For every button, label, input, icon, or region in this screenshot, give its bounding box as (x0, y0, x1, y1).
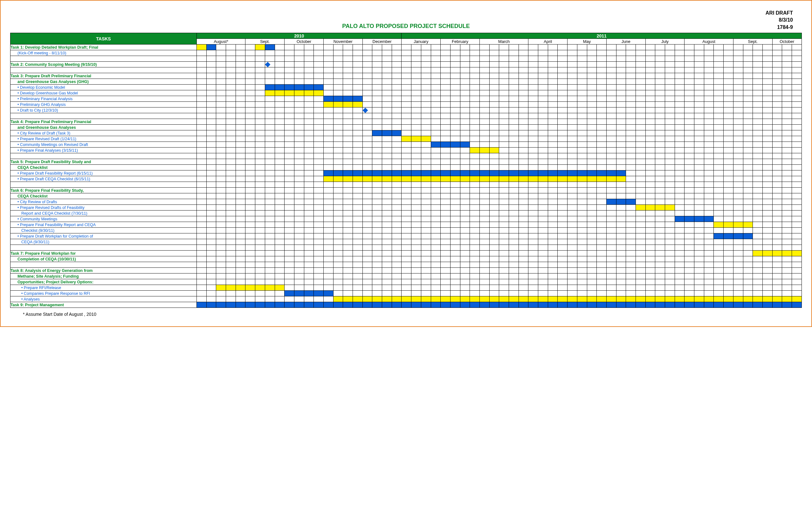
gantt-cell (558, 68, 567, 73)
gantt-cell (294, 125, 304, 130)
gantt-cell (606, 153, 616, 159)
gantt-cell (411, 233, 421, 239)
month-header: August* (197, 39, 245, 44)
gantt-cell (402, 273, 411, 279)
gantt-cell (479, 188, 489, 193)
gantt-cell (665, 79, 675, 85)
gantt-cell (694, 125, 704, 130)
gantt-cell (441, 159, 450, 165)
gantt-cell (665, 159, 675, 165)
gantt-cell (577, 56, 587, 62)
gantt-cell (441, 251, 450, 256)
gantt-cell (489, 147, 499, 153)
gantt-cell (372, 205, 382, 211)
gantt-cell (304, 176, 314, 182)
gantt-cell (665, 228, 675, 233)
gantt-cell (587, 102, 597, 108)
gantt-cell (684, 228, 694, 233)
gantt-cell (479, 182, 489, 188)
gantt-cell (626, 108, 636, 113)
gantt-cell (782, 222, 792, 228)
gantt-cell (245, 228, 255, 233)
gantt-cell (616, 119, 626, 125)
gantt-cell (665, 113, 675, 119)
gantt-cell (392, 268, 402, 273)
gantt-cell (353, 233, 363, 239)
gantt-cell (402, 176, 411, 182)
gantt-cell (255, 153, 265, 159)
gantt-cell (479, 296, 489, 302)
gantt-cell (636, 62, 646, 68)
gantt-cell (333, 291, 343, 296)
gantt-cell (226, 136, 236, 142)
gantt-cell (763, 113, 772, 119)
gantt-cell (636, 96, 646, 102)
gantt-cell (597, 44, 607, 50)
gantt-cell (275, 102, 285, 108)
gantt-cell (353, 205, 363, 211)
gantt-cell (441, 90, 450, 96)
gantt-cell (587, 222, 597, 228)
gantt-cell (450, 44, 460, 50)
gantt-cell (528, 153, 538, 159)
gantt-cell (226, 239, 236, 245)
gantt-cell (275, 205, 285, 211)
task-label (11, 245, 197, 251)
gantt-cell (538, 90, 548, 96)
gantt-cell (236, 239, 245, 245)
gantt-cell (694, 130, 704, 136)
gantt-cell (421, 142, 431, 147)
gantt-cell (558, 245, 567, 251)
gantt-cell (245, 273, 255, 279)
month-header: July (646, 39, 684, 44)
gantt-cell (236, 73, 245, 79)
gantt-cell (733, 251, 743, 256)
gantt-cell (460, 251, 470, 256)
gantt-cell (587, 262, 597, 268)
gantt-cell (450, 176, 460, 182)
gantt-cell (704, 119, 714, 125)
gantt-cell (411, 125, 421, 130)
gantt-cell (479, 73, 489, 79)
gantt-cell (548, 245, 558, 251)
gantt-cell (499, 96, 509, 102)
gantt-cell (606, 79, 616, 85)
gantt-cell (646, 44, 655, 50)
gantt-cell (675, 153, 684, 159)
gantt-cell (206, 199, 216, 205)
gantt-cell (558, 153, 567, 159)
meta-line3: 1784-9 (766, 24, 793, 31)
gantt-cell (304, 50, 314, 56)
gantt-cell (714, 62, 724, 68)
gantt-cell (772, 119, 782, 125)
gantt-cell (470, 182, 480, 188)
gantt-cell (743, 108, 753, 113)
gantt-cell (626, 228, 636, 233)
gantt-cell (265, 108, 275, 113)
gantt-cell (431, 222, 441, 228)
gantt-cell (499, 228, 509, 233)
gantt-cell (275, 96, 285, 102)
gantt-cell (323, 153, 333, 159)
gantt-cell (285, 165, 294, 170)
gantt-cell (558, 147, 567, 153)
gantt-cell (782, 170, 792, 176)
gantt-cell (548, 279, 558, 285)
gantt-cell (509, 205, 519, 211)
gantt-cell (343, 165, 353, 170)
gantt-cell (206, 62, 216, 68)
gantt-cell (616, 44, 626, 50)
gantt-cell (753, 79, 763, 85)
gantt-cell (460, 147, 470, 153)
gantt-cell (421, 73, 431, 79)
gantt-cell (509, 142, 519, 147)
gantt-cell (333, 130, 343, 136)
gantt-cell (753, 90, 763, 96)
gantt-cell (509, 216, 519, 222)
gantt-cell (450, 222, 460, 228)
gantt-cell (499, 165, 509, 170)
gantt-cell (646, 273, 655, 279)
gantt-cell (509, 147, 519, 153)
gantt-cell (245, 125, 255, 130)
gantt-cell (245, 79, 255, 85)
